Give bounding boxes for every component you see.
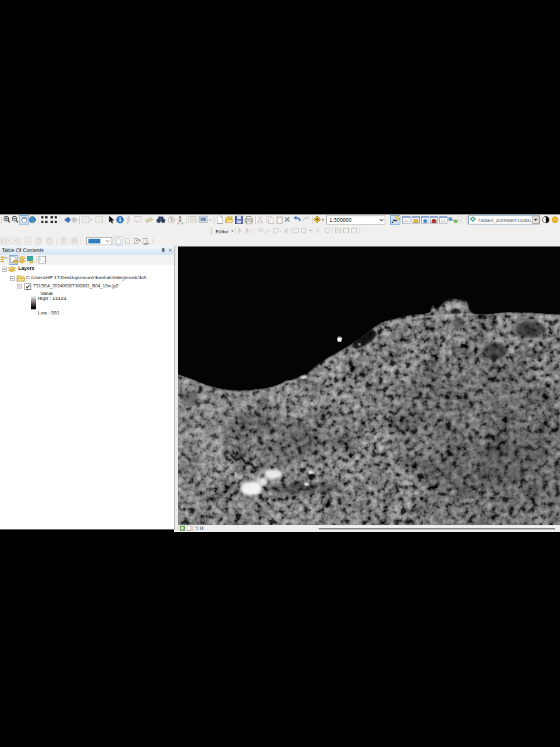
svg-text:1:300000: 1:300000 — [329, 217, 352, 223]
svg-text:Editor: Editor — [216, 229, 229, 235]
svg-text:T31SEA_20240930T102831_: T31SEA_20240930T102831_ — [478, 218, 534, 223]
